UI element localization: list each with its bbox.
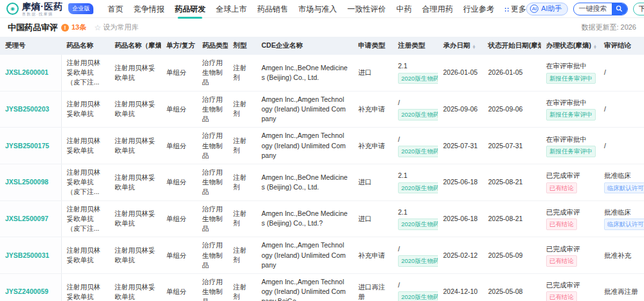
cell-conclusion: / bbox=[599, 91, 644, 128]
nav-item-9[interactable]: 合理用药 bbox=[422, 0, 453, 18]
reg-type-value: / bbox=[398, 98, 433, 108]
column-header-dosage_form: 剂型 bbox=[228, 37, 256, 55]
cell-company: Amgen Inc.,BeOne Medicines (Beijing) Co.… bbox=[256, 164, 353, 200]
nav-item-5[interactable]: 药品销售 bbox=[257, 0, 288, 18]
column-header-status_date[interactable]: 状态开始日期(摩熵)▲▼ bbox=[483, 37, 541, 55]
cell-conclusion: 批准再注册 bbox=[599, 273, 644, 301]
company-name: Amgen Inc.,Amgen Technology (Ireland) Un… bbox=[261, 240, 348, 270]
reg-type-value: 2.1 bbox=[398, 61, 433, 71]
cell-drug_type: 治疗用生物制品 bbox=[197, 164, 228, 200]
table-body: JXSL2600001注射用贝林妥欧单抗（皮下注...注射用贝林妥欧单抗单组分治… bbox=[0, 55, 644, 301]
nav-item-11[interactable]: 更多 bbox=[504, 0, 526, 18]
nav-item-7[interactable]: 一致性评价 bbox=[347, 0, 386, 18]
nav-item-10[interactable]: 行业参考 bbox=[463, 0, 494, 18]
cell-company: Amgen Inc.,BeOne Medicines (Beijing) Co.… bbox=[256, 200, 353, 237]
column-header-accept_date[interactable]: 承办日期▲▼ bbox=[438, 37, 483, 55]
cell-drug_name_mo: 注射用贝林妥欧单抗 bbox=[109, 200, 161, 237]
cell-drug_name_mo: 注射用贝林妥欧单抗 bbox=[109, 273, 161, 301]
reg-type-value: / bbox=[398, 135, 433, 144]
nav-item-3[interactable]: 药品研发 bbox=[175, 0, 205, 18]
nav-item-8[interactable]: 中药 bbox=[396, 0, 412, 18]
cell-acceptance_no: JYSB2500203 bbox=[0, 91, 61, 128]
nav-item-6[interactable]: 市场与准入 bbox=[298, 0, 337, 18]
conclusion-text: / bbox=[604, 104, 639, 114]
acceptance-number-link[interactable]: JYSZ2400059 bbox=[5, 287, 56, 296]
column-header-status[interactable]: 办理状态(摩熵)▲▼ bbox=[541, 37, 599, 55]
quick-search-button[interactable]: 一键搜索 bbox=[573, 3, 628, 15]
cell-drug_type: 治疗用生物制品 bbox=[197, 55, 228, 91]
page-title: 中国药品审评 bbox=[8, 22, 58, 34]
cell-conclusion: / bbox=[599, 128, 644, 164]
cell-acceptance_no: JXSL2600001 bbox=[0, 55, 61, 91]
table-row: JYSB2500203注射用贝林妥欧单抗注射用贝林妥欧单抗单组分治疗用生物制品注… bbox=[0, 91, 644, 128]
page-subheader: 中国药品审评 ! 13条 ☆ 设为常用库 数据更新至: 2026 bbox=[0, 18, 644, 37]
column-label-conclusion: 审评结论 bbox=[604, 41, 631, 49]
ai-icon: AI bbox=[530, 5, 538, 13]
cell-status: 已完成审评已有结论 bbox=[541, 164, 599, 200]
acceptance-number-link[interactable]: JXSL2600001 bbox=[5, 68, 56, 77]
cell-compound: 单组分 bbox=[161, 273, 197, 301]
company-name: Amgen Inc.,Amgen Technology (Ireland) Un… bbox=[261, 95, 348, 124]
column-label-acceptance_no: 受理号 bbox=[5, 41, 26, 49]
cell-drug_name_mo: 注射用贝林妥欧单抗 bbox=[109, 91, 161, 128]
search-icon[interactable] bbox=[612, 3, 627, 15]
cell-status_date: 2025-05-08 bbox=[483, 273, 541, 301]
table-row: JXSL2600001注射用贝林妥欧单抗（皮下注...注射用贝林妥欧单抗单组分治… bbox=[0, 55, 644, 91]
status-text: 在审评审批中 bbox=[546, 135, 594, 144]
set-favorite-button[interactable]: ☆ 设为常用库 bbox=[94, 23, 138, 32]
column-label-apply_type: 申请类型 bbox=[358, 41, 385, 49]
company-name: Amgen Inc.,BeOne Medicines (Beijing) Co.… bbox=[261, 63, 348, 83]
nav-item-4[interactable]: 全球上市 bbox=[216, 0, 247, 18]
conclusion-text: 批准再注册 bbox=[604, 287, 639, 296]
cell-acceptance_no: JYSB2500031 bbox=[0, 237, 61, 274]
cell-drug_type: 治疗用生物制品 bbox=[197, 273, 228, 301]
download-records-button[interactable]: 下载记录 bbox=[633, 3, 644, 15]
company-name: Amgen Inc.,Amgen Technology (Ireland) Un… bbox=[261, 277, 348, 301]
sort-icon-accept_date[interactable]: ▲▼ bbox=[472, 45, 476, 50]
reg-type-badge: 2020版生物药 bbox=[398, 182, 438, 194]
nav-item-2[interactable]: 竞争情报 bbox=[133, 0, 164, 18]
column-header-drug_name: 药品名称 bbox=[61, 37, 109, 55]
column-label-drug_name: 药品名称 bbox=[66, 41, 93, 49]
cell-dosage_form: 注射剂 bbox=[228, 128, 256, 164]
cell-compound: 单组分 bbox=[161, 200, 197, 237]
brand-logo-icon: ◉ bbox=[6, 3, 19, 15]
drug-review-table: 受理号药品名称药品名称（摩熵）单方/复方药品类型剂型CDE企业名称申请类型注册类… bbox=[0, 37, 644, 301]
ai-assistant-button[interactable]: AI AI助手 bbox=[526, 3, 567, 15]
data-updated-text: 数据更新至: 2026 bbox=[581, 23, 636, 32]
cell-accept_date: 2025-09-06 bbox=[438, 91, 483, 128]
sort-icon-status[interactable]: ▲▼ bbox=[593, 45, 597, 50]
cell-accept_date: 2025-07-31 bbox=[438, 128, 483, 164]
cell-compound: 单组分 bbox=[161, 237, 197, 274]
cell-apply_type: 补充申请 bbox=[353, 237, 393, 274]
acceptance-number-link[interactable]: JXSL2500097 bbox=[5, 214, 56, 224]
reg-type-badge: 2020版生物药 bbox=[398, 146, 438, 157]
info-icon[interactable]: ! bbox=[61, 24, 69, 32]
cell-accept_date: 2025-06-18 bbox=[438, 164, 483, 200]
acceptance-number-link[interactable]: JYSB2500031 bbox=[5, 251, 56, 260]
cell-drug_name: 注射用贝林妥欧单抗（皮下注... bbox=[61, 164, 109, 200]
conclusion-text: 批准临床 bbox=[604, 208, 639, 217]
cell-reg_type: /2020版生物药 bbox=[393, 91, 438, 128]
cell-accept_date: 2024-12-10 bbox=[438, 273, 483, 301]
column-header-conclusion: 审评结论 bbox=[599, 37, 644, 55]
cell-drug_type: 治疗用生物制品 bbox=[197, 128, 228, 164]
cell-reg_type: 2.12020版生物药 bbox=[393, 164, 438, 200]
table-row: JYSB2500175注射用贝林妥欧单抗注射用贝林妥欧单抗单组分治疗用生物制品注… bbox=[0, 128, 644, 164]
column-label-drug_name_mo: 药品名称（摩熵） bbox=[115, 41, 161, 49]
acceptance-number-link[interactable]: JXSL2500098 bbox=[5, 177, 56, 187]
cell-apply_type: 进口再注册 bbox=[353, 273, 393, 301]
column-label-reg_type: 注册类型 bbox=[398, 41, 425, 49]
table-row: JYSZ2400059注射用贝林妥欧单抗注射用贝林妥欧单抗单组分治疗用生物制品注… bbox=[0, 273, 644, 301]
cell-compound: 单组分 bbox=[161, 55, 197, 91]
cell-status_date: 2025-05-09 bbox=[483, 237, 541, 274]
acceptance-number-link[interactable]: JYSB2500175 bbox=[5, 141, 56, 151]
status-text: 已完成审评 bbox=[546, 244, 594, 254]
top-actions: AI AI助手 一键搜索 下载记录 bbox=[526, 3, 644, 15]
brand-logo[interactable]: ◉ 摩熵·医药 查数据·找摩熵 企业版 bbox=[6, 2, 93, 16]
nav-item-1[interactable]: 首页 bbox=[108, 0, 123, 18]
column-label-accept_date: 承办日期 bbox=[443, 41, 470, 49]
acceptance-number-link[interactable]: JYSB2500203 bbox=[5, 104, 56, 114]
star-icon: ☆ bbox=[94, 23, 101, 32]
company-name: Amgen Inc.,BeOne Medicines (Beijing) Co.… bbox=[261, 209, 348, 228]
